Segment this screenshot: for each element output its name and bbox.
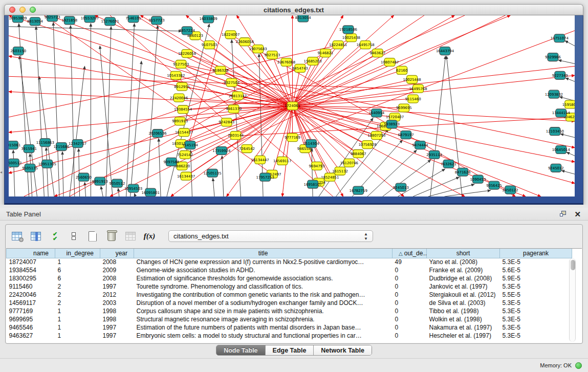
- table-row[interactable]: 946554611997Estimation of the future num…: [7, 323, 572, 332]
- graph-edge[interactable]: [159, 139, 161, 196]
- table-cell[interactable]: 0: [393, 332, 427, 340]
- table-cell[interactable]: 0: [393, 323, 427, 332]
- graph-node[interactable]: 9699695: [396, 104, 412, 112]
- graph-node[interactable]: 2935114: [426, 151, 442, 159]
- graph-edge[interactable]: [135, 193, 136, 196]
- graph-node[interactable]: 10025438: [342, 34, 360, 42]
- graph-edge[interactable]: [130, 61, 142, 196]
- table-cell[interactable]: 0: [393, 282, 427, 291]
- graph-node[interactable]: 7264542: [239, 145, 255, 153]
- table-cell[interactable]: 49: [393, 258, 427, 266]
- graph-node[interactable]: 7546101: [125, 15, 141, 23]
- graph-edge[interactable]: [558, 60, 575, 64]
- table-cell[interactable]: 2008: [100, 258, 134, 266]
- table-cell[interactable]: 9699695: [7, 315, 55, 323]
- table-cell[interactable]: Nakamura et al. (1997): [427, 323, 500, 332]
- table-cell[interactable]: 14569117: [7, 299, 55, 307]
- table-cell[interactable]: 2: [55, 282, 100, 291]
- graph-node[interactable]: 9356425: [486, 181, 502, 189]
- float-panel-icon[interactable]: [560, 211, 567, 217]
- column-header-in_degree[interactable]: in_degree: [55, 249, 100, 258]
- graph-node[interactable]: 1215686: [54, 143, 70, 151]
- graph-edge[interactable]: [292, 79, 412, 106]
- graph-node[interactable]: 15276021: [101, 17, 119, 26]
- table-cell[interactable]: 0: [393, 307, 427, 315]
- graph-edge[interactable]: [428, 184, 474, 196]
- table-settings-icon[interactable]: [11, 230, 23, 243]
- graph-node[interactable]: 16782759: [350, 186, 367, 194]
- graph-node[interactable]: 9327513: [264, 51, 280, 59]
- graph-node[interactable]: 10025448: [403, 75, 421, 83]
- graph-edge[interactable]: [9, 76, 417, 89]
- graph-node[interactable]: 3915061: [9, 141, 20, 149]
- graph-edge[interactable]: [9, 15, 292, 106]
- graph-node[interactable]: 8991913: [92, 177, 108, 185]
- table-cell[interactable]: 2: [55, 299, 100, 307]
- table-cell[interactable]: 0: [393, 299, 427, 307]
- table-row[interactable]: 1872400712008Changes of HCN gene express…: [7, 258, 572, 266]
- table-cell[interactable]: 9777169: [7, 307, 55, 315]
- graph-node[interactable]: 16495758: [356, 41, 374, 49]
- graph-edge[interactable]: [445, 190, 491, 196]
- graph-node[interactable]: 16095801: [142, 188, 160, 196]
- tab-network-table[interactable]: Network Table: [314, 345, 372, 355]
- graph-edge[interactable]: [9, 106, 292, 133]
- table-cell[interactable]: 1: [55, 258, 100, 266]
- graph-edge[interactable]: [398, 169, 445, 196]
- graph-node[interactable]: 62160: [396, 66, 407, 74]
- graph-node[interactable]: 10954503: [124, 184, 142, 192]
- table-cell[interactable]: 5.5E-5: [500, 291, 572, 299]
- table-row[interactable]: 911546021997Tourette syndrome. Phenomeno…: [7, 282, 572, 291]
- row-height-icon[interactable]: [68, 230, 80, 243]
- graph-node[interactable]: 9227349: [552, 71, 568, 79]
- column-header-year[interactable]: year: [100, 249, 134, 258]
- table-cell[interactable]: 19384554: [7, 266, 55, 274]
- graph-node[interactable]: 7632621: [441, 160, 456, 168]
- table-cell[interactable]: 5.3E-5: [500, 307, 572, 315]
- table-cell[interactable]: 5.3E-5: [500, 315, 572, 323]
- table-row[interactable]: 2242004622012Investigating the contribut…: [7, 291, 572, 299]
- graph-edge[interactable]: [101, 186, 103, 196]
- table-cell[interactable]: Genome-wide association studies in ADHD.: [134, 266, 393, 274]
- table-cell[interactable]: 5.6E-5: [500, 266, 572, 274]
- graph-edge[interactable]: [13, 150, 15, 196]
- graph-edge[interactable]: [567, 152, 575, 156]
- table-selector-combobox[interactable]: citations_edges.txt ▲▼: [168, 230, 373, 242]
- graph-node[interactable]: 9329966: [545, 53, 561, 61]
- graph-node[interactable]: 2560650: [76, 173, 92, 181]
- graph-edge[interactable]: [9, 92, 292, 106]
- graph-node[interactable]: 9245012: [548, 164, 564, 172]
- graph-node[interactable]: 6879197: [398, 131, 414, 139]
- graph-node[interactable]: 9500512: [9, 159, 21, 167]
- table-row[interactable]: 1938455462009Genome-wide association stu…: [7, 266, 572, 274]
- table-cell[interactable]: Changes of HCN gene expression and I(f) …: [134, 258, 393, 266]
- table-cell[interactable]: Wolkin et al. (1998): [427, 315, 500, 323]
- graph-node[interactable]: 9325723: [45, 15, 60, 21]
- graph-node[interactable]: 9245013: [393, 183, 409, 191]
- table-cell[interactable]: Structural magnetic resonance image aver…: [134, 315, 393, 323]
- table-cell[interactable]: 2012: [100, 291, 134, 299]
- table-row[interactable]: 1456911722003Disruption of a novel membe…: [7, 299, 572, 307]
- graph-node[interactable]: 1921858: [61, 16, 77, 25]
- graph-edge[interactable]: [565, 41, 575, 46]
- graph-node[interactable]: 8912955: [174, 82, 190, 91]
- graph-node[interactable]: 19075683: [249, 45, 267, 53]
- table-cell[interactable]: 1: [55, 315, 100, 323]
- table-cell[interactable]: 1998: [100, 307, 134, 315]
- table-cell[interactable]: Dudbridge et al. (2008): [427, 274, 500, 282]
- graph-node[interactable]: 16953809: [9, 15, 27, 23]
- graph-node[interactable]: 9891913: [172, 117, 188, 125]
- table-cell[interactable]: 6: [55, 274, 100, 282]
- graph-node[interactable]: 10543382: [167, 71, 185, 79]
- table-cell[interactable]: 6: [55, 266, 100, 274]
- table-cell[interactable]: Tibbo et al. (1998): [427, 307, 500, 315]
- table-cell[interactable]: Yano et al. (2008): [427, 258, 500, 266]
- graph-node[interactable]: 1090453: [470, 175, 486, 183]
- table-cell[interactable]: 1997: [100, 332, 134, 340]
- table-cell[interactable]: 1: [55, 307, 100, 315]
- graph-edge[interactable]: [565, 78, 575, 81]
- table-cell[interactable]: 0: [393, 291, 427, 299]
- table-cell[interactable]: 1997: [100, 323, 134, 332]
- graph-edge[interactable]: [282, 106, 293, 196]
- graph-node[interactable]: 9505135: [22, 164, 38, 172]
